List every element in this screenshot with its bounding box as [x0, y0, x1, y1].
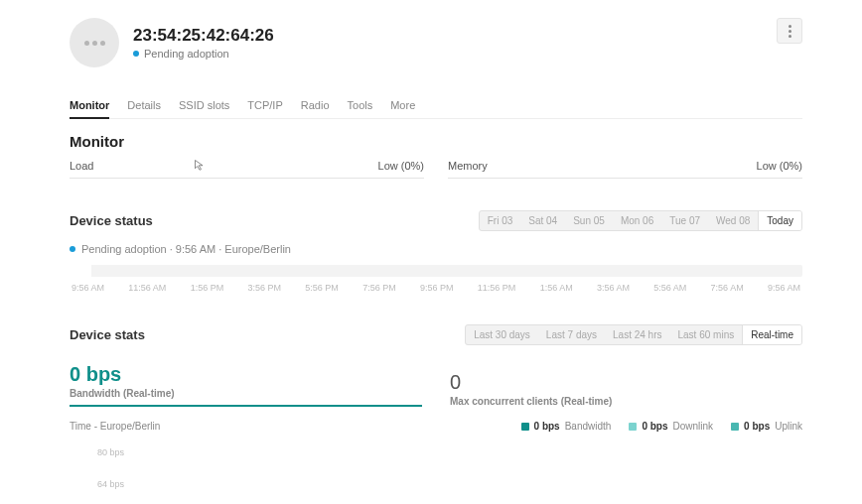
legend-bandwidth: 0 bps Bandwidth — [521, 421, 612, 432]
day-wed[interactable]: Wed 08 — [708, 211, 758, 230]
status-dot-icon — [70, 246, 75, 252]
monitor-title: Monitor — [70, 133, 802, 150]
day-tue[interactable]: Tue 07 — [661, 211, 708, 230]
more-actions-button[interactable] — [777, 18, 802, 44]
chart-y-axis: 80 bps 64 bps — [70, 447, 802, 489]
clients-label: Max concurrent clients (Real-time) — [450, 396, 802, 407]
tab-more[interactable]: More — [390, 99, 415, 118]
bandwidth-stat: 0 bps Bandwidth (Real-time) — [70, 363, 422, 407]
range-7d[interactable]: Last 7 days — [538, 325, 605, 344]
load-value: Low (0%) — [378, 160, 424, 172]
device-id: 23:54:25:42:64:26 — [133, 26, 274, 46]
header: 23:54:25:42:64:26 Pending adoption — [70, 18, 802, 67]
status-event-text: Pending adoption · 9:56 AM · Europe/Berl… — [81, 243, 291, 255]
square-icon — [629, 423, 637, 431]
device-stats-title: Device stats — [70, 327, 145, 342]
status-event: Pending adoption · 9:56 AM · Europe/Berl… — [70, 243, 802, 255]
metric-load: Load Low (0%) — [70, 160, 424, 179]
device-avatar — [70, 18, 119, 67]
day-mon[interactable]: Mon 06 — [613, 211, 661, 230]
range-realtime[interactable]: Real-time — [742, 325, 801, 344]
legend-downlink: 0 bps Downlink — [629, 421, 713, 432]
clients-value: 0 — [450, 371, 802, 394]
status-line: Pending adoption — [133, 48, 274, 60]
square-icon — [731, 423, 739, 431]
metric-memory: Memory Low (0%) — [448, 160, 802, 179]
tab-details[interactable]: Details — [127, 99, 161, 118]
range-24h[interactable]: Last 24 hrs — [605, 325, 669, 344]
square-icon — [521, 423, 529, 431]
tab-monitor[interactable]: Monitor — [70, 99, 109, 119]
device-status-title: Device status — [70, 213, 153, 228]
chart-legend: 0 bps Bandwidth 0 bps Downlink 0 bps Upl… — [521, 421, 802, 432]
tab-ssid[interactable]: SSID slots — [179, 99, 229, 118]
clients-stat: 0 Max concurrent clients (Real-time) — [450, 371, 802, 407]
load-label: Load — [70, 160, 93, 172]
tab-tcpip[interactable]: TCP/IP — [247, 99, 282, 118]
range-60m[interactable]: Last 60 mins — [670, 325, 743, 344]
day-sun[interactable]: Sun 05 — [565, 211, 613, 230]
range-selector: Last 30 days Last 7 days Last 24 hrs Las… — [465, 324, 802, 345]
range-30d[interactable]: Last 30 days — [466, 325, 538, 344]
memory-label: Memory — [448, 160, 488, 172]
tab-radio[interactable]: Radio — [301, 99, 330, 118]
bandwidth-value: 0 bps — [70, 363, 422, 386]
status-time-axis: 9:56 AM 11:56 AM 1:56 PM 3:56 PM 5:56 PM… — [70, 283, 802, 293]
status-dot-icon — [133, 51, 139, 57]
status-timeline — [70, 265, 802, 277]
day-fri[interactable]: Fri 03 — [480, 211, 521, 230]
bandwidth-label: Bandwidth (Real-time) — [70, 388, 422, 399]
memory-value: Low (0%) — [757, 160, 802, 172]
status-text: Pending adoption — [144, 48, 229, 60]
day-sat[interactable]: Sat 04 — [520, 211, 565, 230]
tab-tools[interactable]: Tools — [348, 99, 373, 118]
time-zone-label: Time - Europe/Berlin — [70, 421, 160, 432]
day-selector: Fri 03 Sat 04 Sun 05 Mon 06 Tue 07 Wed 0… — [479, 210, 802, 231]
tabs: Monitor Details SSID slots TCP/IP Radio … — [70, 99, 802, 119]
day-today[interactable]: Today — [758, 211, 801, 230]
legend-uplink: 0 bps Uplink — [731, 421, 802, 432]
